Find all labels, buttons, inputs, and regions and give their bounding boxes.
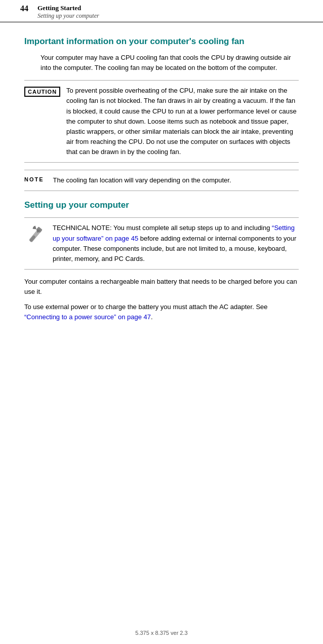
note-box: NOTE The cooling fan location will vary … bbox=[24, 170, 299, 191]
header-chapter: Getting Started bbox=[37, 4, 303, 12]
ac-adapter-suffix: . bbox=[151, 313, 153, 321]
page-header: 44 Getting Started Setting up your compu… bbox=[0, 0, 323, 22]
wrench-icon bbox=[24, 224, 47, 246]
header-section: Setting up your computer bbox=[37, 12, 303, 20]
page-footer: 5.375 x 8.375 ver 2.3 bbox=[0, 630, 323, 636]
header-right: Getting Started Setting up your computer bbox=[37, 4, 303, 20]
tech-note-prefix: TECHNICAL NOTE: You must complete all se… bbox=[53, 224, 272, 232]
caution-text: To prevent possible overheating of the C… bbox=[66, 86, 299, 157]
battery-body: Your computer contains a rechargeable ma… bbox=[24, 277, 299, 297]
page-number: 44 bbox=[20, 4, 28, 13]
tech-note-box: TECHNICAL NOTE: You must complete all se… bbox=[24, 217, 299, 270]
cooling-fan-body: Your computer may have a CPU cooling fan… bbox=[41, 53, 299, 73]
setup-heading: Setting up your computer bbox=[24, 200, 299, 210]
main-content: Important information on your computer's… bbox=[0, 22, 323, 333]
ac-adapter-prefix: To use external power or to charge the b… bbox=[24, 303, 268, 311]
caution-badge: CAUTION bbox=[24, 87, 60, 97]
ac-adapter-body: To use external power or to charge the b… bbox=[24, 302, 299, 322]
caution-box: CAUTION To prevent possible overheating … bbox=[24, 80, 299, 163]
footer-text: 5.375 x 8.375 ver 2.3 bbox=[135, 630, 187, 636]
tech-note-text: TECHNICAL NOTE: You must complete all se… bbox=[53, 223, 299, 264]
power-source-link[interactable]: “Connecting to a power source” on page 4… bbox=[24, 313, 151, 321]
note-text: The cooling fan location will vary depen… bbox=[53, 175, 231, 185]
cooling-fan-heading: Important information on your computer's… bbox=[24, 36, 299, 47]
note-label: NOTE bbox=[24, 176, 44, 182]
